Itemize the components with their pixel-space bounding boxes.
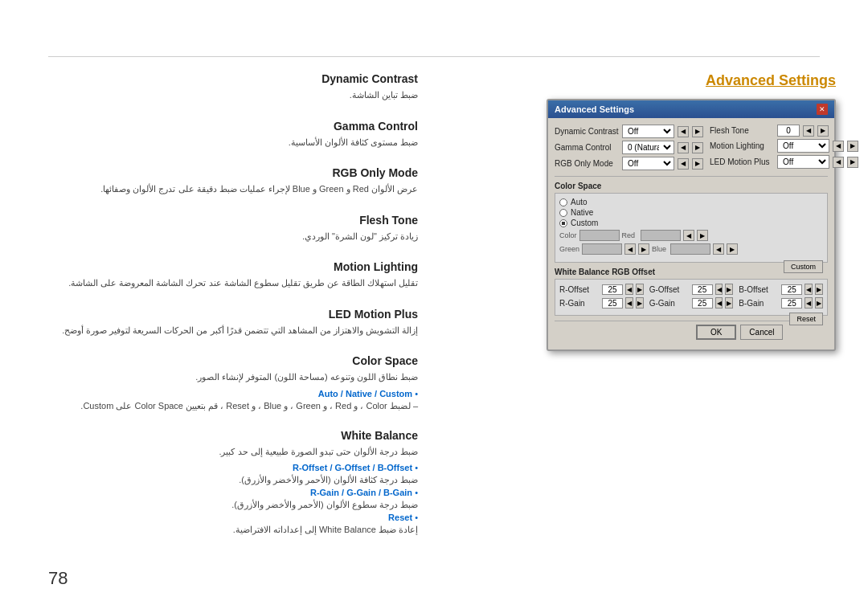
g-offset-input[interactable] bbox=[692, 284, 713, 295]
separator-1 bbox=[555, 176, 828, 177]
color-space-options: Auto / Native / Custom bbox=[318, 389, 412, 398]
color-field-input[interactable] bbox=[579, 230, 620, 241]
blue-prev[interactable]: ◀ bbox=[713, 243, 724, 255]
r-offset-next[interactable]: ▶ bbox=[636, 284, 644, 295]
rgb-next[interactable]: ▶ bbox=[692, 158, 703, 170]
dialog-row-rgb: RGB Only Mode Off ◀ ▶ bbox=[555, 157, 703, 170]
radio-native-circle[interactable] bbox=[559, 209, 567, 217]
color-field-label: Color bbox=[559, 231, 577, 239]
dialog-row-led-motion: LED Motion Plus Off ◀ ▶ bbox=[710, 155, 858, 169]
dynamic-contrast-desc: ضبط تباين الشاشة. bbox=[48, 88, 418, 102]
led-motion-next[interactable]: ▶ bbox=[847, 157, 858, 168]
advanced-settings-heading: Advanced Settings bbox=[490, 72, 836, 89]
page-number: 78 bbox=[48, 568, 68, 589]
flesh-tone-title: Flesh Tone bbox=[48, 214, 418, 227]
r-offset-input[interactable] bbox=[602, 284, 623, 295]
red-prev[interactable]: ◀ bbox=[683, 230, 694, 241]
radio-custom-label: Custom bbox=[571, 219, 598, 227]
rgb-label: RGB Only Mode bbox=[555, 159, 619, 168]
radio-auto-label: Auto bbox=[571, 198, 588, 206]
green-field-input[interactable] bbox=[582, 243, 622, 255]
r-offset-label: R-Offset bbox=[559, 285, 600, 294]
g-gain-next[interactable]: ▶ bbox=[725, 297, 733, 309]
r-offset-prev[interactable]: ◀ bbox=[625, 284, 633, 295]
r-gain-label: R-Gain bbox=[559, 299, 600, 308]
b-gain-input[interactable] bbox=[781, 298, 802, 309]
gamma-select[interactable]: 0 (Natural) bbox=[622, 141, 674, 154]
rgb-select[interactable]: Off bbox=[622, 157, 674, 170]
wb-bullet-dot-5: • bbox=[415, 513, 418, 522]
b-gain-next[interactable]: ▶ bbox=[815, 297, 823, 309]
green-prev[interactable]: ◀ bbox=[624, 243, 636, 255]
dialog-row-dynamic-contrast: Dynamic Contrast Off ◀ ▶ bbox=[555, 125, 703, 138]
color-space-dialog-section: Auto Native Custom Color Red ◀ ▶ bbox=[555, 193, 828, 263]
blue-next[interactable]: ▶ bbox=[727, 243, 738, 255]
gamma-control-desc: ضبط مستوى كثافة الألوان الأساسية. bbox=[48, 136, 418, 149]
g-gain-input[interactable] bbox=[692, 298, 713, 309]
dynamic-contrast-next[interactable]: ▶ bbox=[692, 126, 703, 137]
dialog-left-col: Dynamic Contrast Off ◀ ▶ Gamma Control 0… bbox=[555, 125, 703, 173]
motion-lighting-prev[interactable]: ◀ bbox=[833, 141, 844, 152]
led-motion-select[interactable]: Off bbox=[777, 155, 829, 169]
b-gain-prev[interactable]: ◀ bbox=[805, 297, 813, 309]
gamma-next[interactable]: ▶ bbox=[692, 142, 703, 153]
motion-lighting-next[interactable]: ▶ bbox=[847, 141, 858, 152]
section-rgb-only: RGB Only Mode عرض الألوان Red و Green و … bbox=[48, 166, 418, 196]
dynamic-contrast-select[interactable]: Off bbox=[622, 125, 674, 138]
dialog-top-rows: Dynamic Contrast Off ◀ ▶ Gamma Control 0… bbox=[555, 125, 828, 173]
ok-button[interactable]: OK bbox=[696, 325, 736, 340]
custom-button[interactable]: Custom bbox=[784, 260, 823, 273]
radio-custom-circle[interactable] bbox=[559, 219, 567, 227]
wb-reset-option: Reset bbox=[388, 513, 412, 522]
dialog-titlebar: Advanced Settings ✕ bbox=[548, 100, 834, 118]
green-field-label: Green bbox=[559, 245, 579, 253]
radio-auto-circle[interactable] bbox=[559, 198, 567, 206]
flesh-tone-input[interactable] bbox=[777, 125, 800, 137]
gamma-prev[interactable]: ◀ bbox=[678, 142, 689, 153]
b-offset-input[interactable] bbox=[781, 284, 802, 295]
rgb-only-title: RGB Only Mode bbox=[48, 166, 418, 179]
motion-lighting-title: Motion Lighting bbox=[48, 260, 418, 273]
r-gain-next[interactable]: ▶ bbox=[636, 297, 644, 309]
led-motion-dialog-label: LED Motion Plus bbox=[710, 157, 774, 166]
section-motion-lighting: Motion Lighting تقليل استهلاك الطاقة عن … bbox=[48, 260, 418, 290]
green-next[interactable]: ▶ bbox=[638, 243, 649, 255]
g-gain-label: G-Gain bbox=[649, 299, 690, 308]
motion-lighting-select[interactable]: Off bbox=[777, 139, 829, 153]
r-gain-prev[interactable]: ◀ bbox=[625, 297, 633, 309]
cancel-button[interactable]: Cancel bbox=[740, 325, 783, 340]
wb-reset-button[interactable]: Reset bbox=[789, 313, 823, 325]
gamma-control-title: Gamma Control bbox=[48, 120, 418, 133]
b-offset-prev[interactable]: ◀ bbox=[805, 284, 813, 295]
dialog-title-text: Advanced Settings bbox=[555, 104, 634, 114]
color-inputs-row-2: Green ◀ ▶ Blue ◀ ▶ bbox=[559, 243, 823, 255]
wb-bullet-1: • R-Offset / G-Offset / B-Offset bbox=[48, 463, 418, 472]
b-offset-next[interactable]: ▶ bbox=[815, 284, 823, 295]
flesh-tone-prev[interactable]: ◀ bbox=[803, 125, 814, 137]
flesh-tone-next[interactable]: ▶ bbox=[817, 125, 829, 137]
radio-custom: Custom bbox=[559, 219, 823, 227]
section-gamma-control: Gamma Control ضبط مستوى كثافة الألوان ال… bbox=[48, 120, 418, 149]
dialog-close-button[interactable]: ✕ bbox=[817, 104, 828, 115]
dialog-row-flesh-tone: Flesh Tone ◀ ▶ bbox=[710, 125, 858, 137]
g-offset-next[interactable]: ▶ bbox=[725, 284, 733, 295]
dynamic-contrast-prev[interactable]: ◀ bbox=[678, 126, 689, 137]
rgb-prev[interactable]: ◀ bbox=[678, 158, 689, 170]
g-gain-prev[interactable]: ◀ bbox=[715, 297, 723, 309]
white-balance-title: White Balance bbox=[48, 429, 418, 442]
wb-bullet-5: • Reset bbox=[48, 513, 418, 522]
red-field-input[interactable] bbox=[641, 230, 681, 241]
led-motion-prev[interactable]: ◀ bbox=[833, 157, 844, 168]
rgb-only-desc: عرض الألوان Red و Green و Blue لإجراء عم… bbox=[48, 182, 418, 196]
red-next[interactable]: ▶ bbox=[697, 230, 708, 241]
led-motion-plus-desc: إزالة التشويش والاهتزاز من المشاهد التي … bbox=[48, 324, 418, 337]
white-balance-bullets: • R-Offset / G-Offset / B-Offset ضبط درج… bbox=[48, 463, 418, 535]
motion-lighting-desc: تقليل استهلاك الطاقة عن طريق تقليل سطوع … bbox=[48, 276, 418, 290]
gamma-label: Gamma Control bbox=[555, 143, 619, 152]
blue-field-input[interactable] bbox=[670, 243, 710, 255]
white-balance-desc: ضبط درجة الألوان حتى تبدو الصورة طبيعية … bbox=[48, 445, 418, 459]
dialog-body: Dynamic Contrast Off ◀ ▶ Gamma Control 0… bbox=[548, 118, 834, 349]
r-gain-input[interactable] bbox=[602, 298, 623, 309]
color-space-dialog-label: Color Space bbox=[555, 182, 828, 190]
g-offset-prev[interactable]: ◀ bbox=[715, 284, 723, 295]
